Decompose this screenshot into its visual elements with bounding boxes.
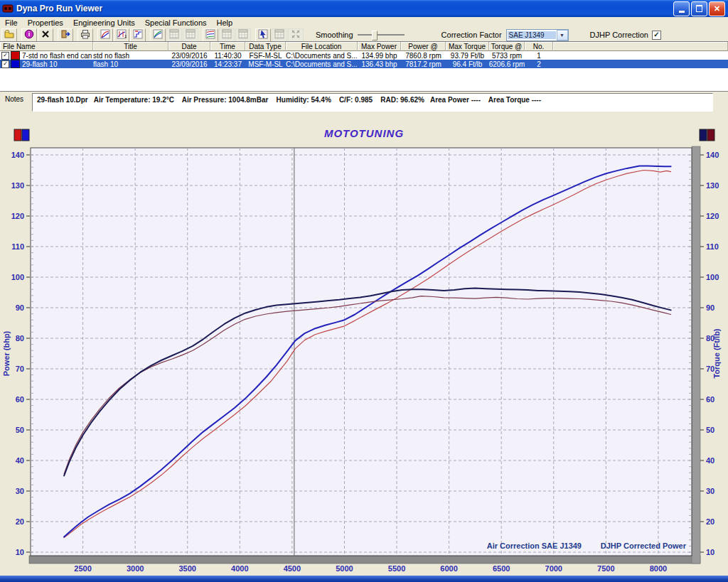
data-grid-5-button <box>272 28 287 42</box>
row-checkbox[interactable]: ✓ <box>1 52 9 60</box>
torque-run1-legend-swatch <box>707 129 714 141</box>
print-button[interactable] <box>77 28 93 42</box>
printer-icon <box>80 29 90 41</box>
menu-properties[interactable]: Properties <box>23 18 68 28</box>
y-axis-label-left: 30 <box>16 487 24 495</box>
data-grid-3-button <box>219 28 235 42</box>
cell-date: 23/09/2016 <box>168 51 210 60</box>
run-color-swatch <box>11 60 20 68</box>
cursor-tool-button[interactable] <box>255 28 271 42</box>
cell-power-at: 7817.2 rpm <box>401 60 446 68</box>
smoothing-label: Smoothing <box>316 31 353 39</box>
pointer-icon <box>258 29 268 41</box>
y-axis-label-left: 40 <box>16 456 24 465</box>
column-header-no[interactable]: No. <box>525 42 553 51</box>
y-axis-title-left: Power (bhp) <box>2 330 11 376</box>
y-axis-label-left: 70 <box>16 365 24 373</box>
menu-engineering-units[interactable]: Engineering Units <box>68 18 140 28</box>
x-axis-tick-label: 7500 <box>597 564 614 573</box>
column-header-filler <box>553 42 728 51</box>
run-table-header: File NameTitleDateTimeData TypeFile Loca… <box>0 42 728 51</box>
djhp-checkbox[interactable]: ✓ <box>652 31 661 40</box>
column-header-torque-at[interactable]: Torque @ <box>489 42 525 51</box>
correction-factor-label: Correction Factor <box>441 31 502 39</box>
window-title: Dyna Pro Run Viewer <box>16 4 673 14</box>
svg-text:1: 1 <box>124 34 127 38</box>
annotation-1: DJHP Corrected Power <box>601 541 687 550</box>
row-checkbox[interactable]: ✓ <box>1 60 9 68</box>
correction-factor-control: Correction Factor SAE J1349 ▼ <box>441 29 569 41</box>
close-x-icon <box>41 29 50 41</box>
exit-door-icon <box>60 29 70 41</box>
exit-button[interactable] <box>58 28 73 42</box>
graph-markers-button[interactable]: 1 <box>114 28 129 42</box>
menu-file[interactable]: File <box>0 18 23 28</box>
y-axis-label-right: 130 <box>706 181 719 190</box>
column-header-power-at[interactable]: Power @ <box>401 42 446 51</box>
grid-icon <box>222 29 232 41</box>
y-axis-label-left: 10 <box>16 548 24 556</box>
y-axis-label-left: 80 <box>16 334 24 343</box>
table-row-2[interactable]: ✓29-flash 10flash 1023/09/201614:23:37MS… <box>0 60 728 68</box>
cell-data-type: MSF-M-SL <box>245 60 286 68</box>
column-header-max-power[interactable]: Max Power <box>358 42 401 51</box>
window-bottom-border <box>0 576 728 582</box>
y-axis-label-right: 10 <box>706 548 714 556</box>
overlay-graph-button[interactable] <box>150 28 166 42</box>
power-torque-graph-button[interactable] <box>97 28 113 42</box>
delete-run-button[interactable] <box>38 28 53 42</box>
y-axis-label-right: 90 <box>706 303 714 312</box>
x-axis-tick-label: 4000 <box>231 564 248 573</box>
y-axis-label-left: 140 <box>11 151 24 159</box>
chevron-down-icon[interactable]: ▼ <box>557 30 568 41</box>
cell-power-at: 7860.8 rpm <box>401 51 446 60</box>
open-file-button[interactable] <box>1 28 17 42</box>
y-axis-label-left: 120 <box>11 212 24 220</box>
correction-factor-select[interactable]: SAE J1349 ▼ <box>506 29 569 41</box>
column-header-data-type[interactable]: Data Type <box>245 42 286 51</box>
window-controls: ✕ <box>673 1 725 16</box>
x-axis-tick-label: 5500 <box>388 564 405 573</box>
minimize-button[interactable] <box>673 1 690 16</box>
grid-icon <box>274 29 284 41</box>
djhp-control: DJHP Correction ✓ <box>590 31 661 40</box>
correction-factor-value: SAE J1349 <box>508 31 556 39</box>
notes-label: Notes <box>0 92 32 103</box>
y-axis-label-right: 30 <box>706 487 714 495</box>
annotation-0: Air Correction SAE J1349 <box>487 541 582 550</box>
smoothing-slider[interactable] <box>358 34 405 36</box>
y-axis-label-left: 110 <box>11 242 24 251</box>
column-header-date[interactable]: Date <box>168 42 210 51</box>
x-axis-tick-label: 3000 <box>127 564 144 573</box>
multi-graph-button[interactable] <box>203 28 218 42</box>
chart-panel: 1010202030304040505060607070808090901001… <box>0 116 728 576</box>
restore-button[interactable] <box>691 1 707 16</box>
x-axis-tick-label: 6500 <box>493 564 510 573</box>
cell-max-torque: 93.79 Ft/lb <box>446 51 489 60</box>
cell-torque-at: 6206.6 rpm <box>489 60 525 68</box>
smoothing-slider-thumb[interactable] <box>372 31 378 41</box>
graph-step-button[interactable] <box>130 28 146 42</box>
chart-step-icon <box>133 29 143 41</box>
run-info-button[interactable]: i <box>21 28 37 42</box>
notes-text[interactable]: 29-flash 10.Dpr Air Temperature: 19.2°C … <box>32 93 713 112</box>
column-header-file-location[interactable]: File Location <box>286 42 358 51</box>
menu-special-functions[interactable]: Special Functions <box>140 18 212 28</box>
run-table-body: ✓7-std no flash end canstd no flash23/09… <box>0 51 728 68</box>
cell-max-power: 134.99 bhp <box>358 51 401 60</box>
y-axis-label-right: 120 <box>706 212 719 220</box>
table-row-1[interactable]: ✓7-std no flash end canstd no flash23/09… <box>0 51 728 60</box>
column-header-time[interactable]: Time <box>210 42 245 51</box>
column-header-file-name[interactable]: File Name <box>0 42 93 51</box>
x-axis-bar <box>29 556 700 564</box>
notes-row: Notes 29-flash 10.Dpr Air Temperature: 1… <box>0 92 728 114</box>
cell-max-torque: 96.4 Ft/lb <box>446 60 489 68</box>
close-button[interactable]: ✕ <box>709 1 725 16</box>
y-axis-label-left: 90 <box>16 303 24 312</box>
cell-no: 1 <box>525 51 553 60</box>
column-header-title[interactable]: Title <box>93 42 168 51</box>
data-grid-2-button <box>183 28 198 42</box>
menu-help[interactable]: Help <box>212 18 238 28</box>
column-header-max-torque[interactable]: Max Torque <box>446 42 489 51</box>
torque-run2-legend-swatch <box>700 129 707 141</box>
